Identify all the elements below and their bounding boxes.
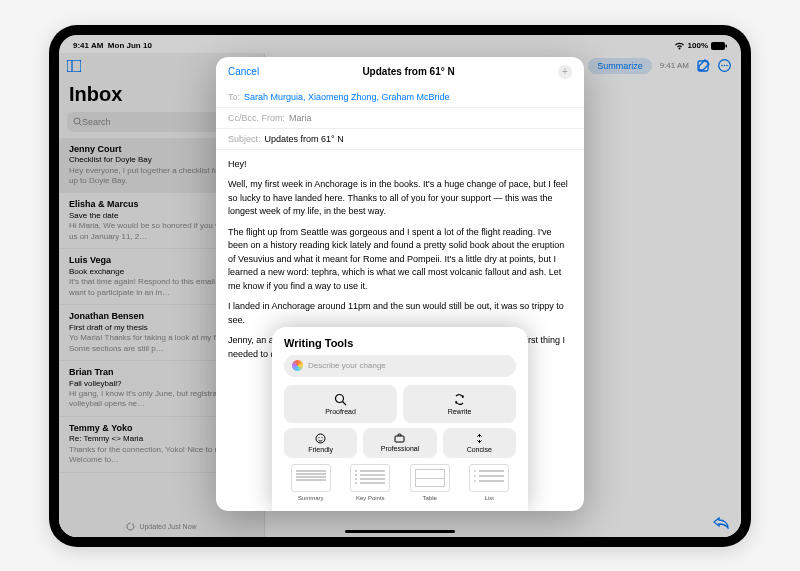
svg-rect-18: [395, 436, 404, 442]
add-button[interactable]: +: [558, 65, 572, 79]
compose-sheet: Cancel Updates from 61° N + To:Sarah Mur…: [216, 57, 584, 511]
summary-button[interactable]: Summary: [284, 464, 338, 501]
smile-icon: [315, 433, 326, 444]
svg-point-15: [316, 434, 325, 443]
table-icon: [410, 464, 450, 492]
professional-button[interactable]: Professional: [363, 428, 436, 458]
cc-field[interactable]: Cc/Bcc, From:Maria: [216, 108, 584, 129]
svg-point-17: [322, 436, 323, 437]
cancel-button[interactable]: Cancel: [228, 66, 259, 77]
home-indicator[interactable]: [345, 530, 455, 533]
svg-point-16: [319, 436, 320, 437]
ai-icon: [292, 360, 303, 371]
compose-title: Updates from 61° N: [362, 66, 454, 77]
summary-icon: [291, 464, 331, 492]
magnify-icon: [334, 393, 347, 406]
tools-input[interactable]: Describe your change: [284, 355, 516, 377]
list-button[interactable]: List: [463, 464, 517, 501]
ipad-frame: 9:41 AM Mon Jun 10 100% Inbox Search Jen…: [49, 25, 751, 547]
to-field[interactable]: To:Sarah Murguia, Xiaomeng Zhong, Graham…: [216, 87, 584, 108]
svg-line-14: [343, 401, 347, 405]
keypoints-icon: [350, 464, 390, 492]
svg-point-13: [336, 394, 344, 402]
rewrite-button[interactable]: Rewrite: [403, 385, 516, 423]
briefcase-icon: [394, 433, 405, 443]
concise-button[interactable]: Concise: [443, 428, 516, 458]
keypoints-button[interactable]: Key Points: [344, 464, 398, 501]
table-button[interactable]: Table: [403, 464, 457, 501]
list-icon: [469, 464, 509, 492]
friendly-button[interactable]: Friendly: [284, 428, 357, 458]
screen: 9:41 AM Mon Jun 10 100% Inbox Search Jen…: [59, 35, 741, 537]
compress-icon: [474, 433, 485, 444]
proofread-button[interactable]: Proofread: [284, 385, 397, 423]
tools-title: Writing Tools: [284, 337, 516, 349]
rewrite-icon: [453, 393, 466, 406]
writing-tools-panel: Writing Tools Describe your change Proof…: [272, 327, 528, 511]
subject-field[interactable]: Subject:Updates from 61° N: [216, 129, 584, 150]
